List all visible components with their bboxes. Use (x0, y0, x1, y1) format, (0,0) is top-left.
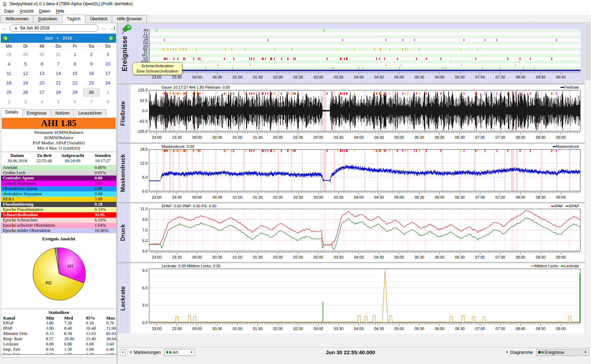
time-label: 03:30 (331, 75, 347, 79)
calendar-day[interactable]: 12 (17, 69, 34, 77)
calendar-day[interactable]: 3 (100, 50, 116, 59)
panel-splitter[interactable] (118, 202, 585, 203)
tab-täglich[interactable]: Täglich (62, 15, 86, 23)
prev-day-button[interactable]: ← (1, 25, 8, 32)
calendar-day[interactable]: 1 (100, 88, 116, 96)
calendar-day[interactable]: 5 (50, 98, 67, 106)
menu-ansicht[interactable]: Ansicht (17, 8, 36, 14)
time-label: 03:30 (331, 135, 347, 139)
calendar-day[interactable]: 25 (1, 88, 17, 96)
markierungen-toggle[interactable]: ▼ Markierungen (129, 350, 161, 355)
calendar-day[interactable]: 28 (50, 88, 67, 96)
calendar-day[interactable]: 10 (100, 60, 116, 68)
calendar-day[interactable]: 22 (67, 79, 83, 87)
tab-willkommen[interactable]: Willkommen (1, 15, 33, 23)
menu-hilfe[interactable]: Hilfe (53, 8, 67, 14)
chart-plot-leckrate[interactable] (149, 269, 580, 323)
calendar-day[interactable]: 7 (83, 98, 100, 106)
calendar-day[interactable]: 6 (34, 60, 50, 68)
sidebar-tab-notizen[interactable]: Notizen (51, 109, 74, 117)
event-pie-chart: zHRE (1, 245, 117, 302)
calendar-day[interactable]: 24 (100, 79, 116, 87)
calendar-day[interactable]: 29 (67, 88, 83, 96)
calendar-day[interactable]: 14 (50, 69, 67, 77)
sidebar-tab-details[interactable]: Details (1, 108, 23, 117)
stats-cell: 0.00 (46, 342, 64, 347)
time-label: 00:30 (209, 327, 225, 331)
next-month-button[interactable]: ▶ (108, 35, 114, 41)
calendar-day[interactable]: 1 (67, 50, 83, 59)
calendar-day[interactable]: 23 (83, 79, 100, 87)
calendar-day[interactable]: 29 (17, 50, 34, 59)
panel-title-vertical: Maskendruck (120, 154, 127, 192)
calendar-day[interactable]: 3 (17, 98, 34, 106)
stats-cell: 23.40 (86, 336, 106, 342)
calendar-day[interactable]: 6 (67, 98, 83, 106)
tab-statistiken[interactable]: Statistiken (33, 15, 62, 23)
chart-plot-ereignisse[interactable] (149, 29, 580, 71)
calendar-day[interactable]: 15 (67, 69, 83, 77)
calendar-day[interactable]: 4 (34, 98, 50, 106)
calendar-day[interactable]: 28 (1, 50, 17, 59)
next-day-button[interactable]: → (100, 25, 107, 32)
prev-month-button[interactable]: ◀ (2, 35, 8, 41)
vertical-scrollbar[interactable] (585, 23, 591, 334)
calendar-month-year[interactable]: Juni ▼ 2018 (45, 36, 72, 41)
sidebar-tab-lesezeichen[interactable]: Lesezeichen (74, 109, 106, 117)
chart-title: Maskendruck: 0.00 (162, 144, 194, 149)
tab-hilfe-browser[interactable]: Hilfe Browser (112, 15, 147, 23)
calendar-day[interactable]: 30 (34, 50, 50, 59)
event-row-value: 0.00 (95, 191, 102, 197)
chart-plot-fließrate[interactable] (149, 90, 580, 131)
calendar-day[interactable]: 21 (50, 79, 67, 87)
calendar-day[interactable]: 8 (67, 60, 83, 68)
time-label: 09:00 (553, 195, 569, 199)
session-table-values: 30.06.201822:55:4009:24:0910:17:27 (1, 158, 116, 164)
calendar-day[interactable]: 4 (1, 60, 17, 68)
latest-day-button[interactable]: → (108, 25, 115, 32)
calendar-weekday: Fr (67, 44, 83, 49)
time-label: 03:00 (310, 75, 326, 79)
ereignisse-dropdown[interactable]: Ereignisse ▼ (536, 349, 589, 356)
calendar-day[interactable]: 17 (100, 69, 116, 77)
calendar-day[interactable]: 20 (34, 79, 50, 87)
calendar-day[interactable]: 30 (83, 88, 100, 97)
collapse-panel-button[interactable]: ▼ (120, 349, 126, 356)
calendar-day[interactable]: 26 (17, 88, 34, 96)
calendar-day[interactable]: 31 (50, 50, 67, 59)
chart-title: EPAP: 0.00 IPAP: 0.00 PS: 0.00 (162, 204, 216, 208)
time-label: 23:30 (169, 195, 185, 199)
calendar-day[interactable]: 11 (1, 69, 17, 77)
date-selector[interactable]: ▲ Sa Jun 30 2018 (10, 25, 98, 32)
menu-daten[interactable]: Daten (36, 8, 53, 14)
time-label: 01:30 (250, 75, 266, 79)
time-label: 05:00 (391, 75, 407, 79)
calendar-day[interactable]: 16 (83, 69, 100, 77)
time-label: 02:30 (290, 327, 306, 331)
calendar-day[interactable]: 27 (34, 88, 50, 96)
panel-splitter[interactable] (118, 143, 585, 144)
calendar-day[interactable]: 18 (1, 79, 17, 87)
diagramme-toggle[interactable]: ▼ Diagramme (505, 350, 533, 355)
menu-datei[interactable]: Datei (1, 8, 17, 14)
calendar-day[interactable]: 5 (17, 60, 34, 68)
chart-area: Schnarchvibration Eine Schnarchvibration… (118, 23, 591, 364)
panel-splitter[interactable] (118, 83, 585, 84)
calendar-day[interactable]: 8 (100, 98, 116, 106)
calendar-day[interactable]: 13 (34, 69, 50, 77)
calendar-day[interactable]: 2 (83, 50, 100, 59)
calendar-day[interactable]: 7 (50, 60, 67, 68)
scrollbar-thumb[interactable] (586, 24, 590, 80)
chart-plot-druck[interactable] (149, 209, 580, 251)
y-axis-label: -62.5 (131, 119, 148, 123)
sidebar-tab-ereignisse[interactable]: Ereignisse (22, 109, 51, 117)
panel-splitter[interactable] (118, 262, 585, 263)
calendar-day[interactable]: 19 (17, 79, 34, 87)
chart-plot-maskendruck[interactable] (149, 149, 580, 191)
calendar-day[interactable]: 2 (1, 98, 17, 106)
tab-überblick[interactable]: Überblick (85, 15, 112, 23)
calendar-day[interactable]: 9 (83, 60, 100, 68)
machine-info-line: PAP Modus: APAP (Variable) (1, 140, 116, 146)
event-row-value: 3.89 (95, 197, 102, 202)
art-dropdown[interactable]: Art ▼ (164, 349, 195, 356)
